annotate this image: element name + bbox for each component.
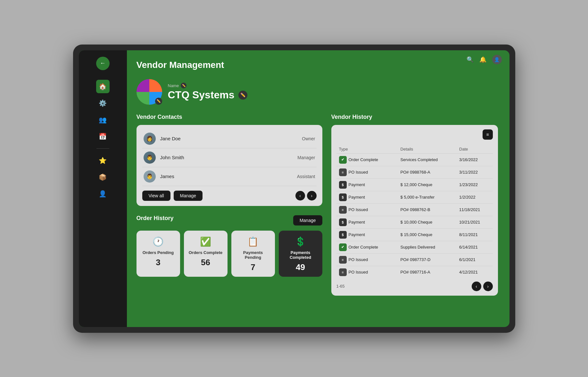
vendor-label-text: Name: [168, 83, 179, 88]
history-date-cell: 1/2/2022: [457, 191, 493, 203]
history-type-cell: $ Payment: [336, 191, 398, 203]
history-type-cell: ✔ Order Complete: [336, 241, 398, 253]
orders-pending-value: 3: [156, 258, 160, 267]
vendor-history-title: Vendor History: [331, 114, 498, 120]
history-details-cell: PO# 0988762-B: [398, 203, 457, 216]
history-details-cell: Supplies Delivered: [398, 241, 457, 253]
history-details-cell: PO# 0988768-A: [398, 166, 457, 178]
history-details-cell: $ 10,000 Cheque: [398, 216, 457, 228]
right-column: Vendor History ≡ Type Details Date: [331, 114, 498, 296]
history-details-cell: PO# 0987716-A: [398, 266, 457, 278]
history-date-cell: 4/12/2021: [457, 266, 493, 278]
orders-pending-icon: 🕐: [153, 236, 164, 247]
vendor-name-text: CTQ Systems: [168, 89, 235, 101]
search-icon[interactable]: 🔍: [467, 56, 474, 63]
manage-orders-button[interactable]: Manage: [293, 215, 322, 225]
contact-avatar-james: 👨: [144, 170, 156, 183]
history-table-row: ≡ PO Issued PO# 0987737-D 6/1/2021: [336, 253, 493, 266]
screen: ← 🏠 ⚙️ 👥 📅 ⭐ 📦 👤 🔍 🔔 👤 Vendor Management: [79, 50, 509, 327]
page-title: Vendor Management: [137, 60, 498, 70]
type-icon: ≡: [339, 256, 347, 264]
sidebar: ← 🏠 ⚙️ 👥 📅 ⭐ 📦 👤: [79, 50, 127, 327]
history-table-row: ✔ Order Complete Services Completed 3/16…: [336, 153, 493, 166]
type-icon: $: [339, 218, 347, 226]
history-table-row: $ Payment $ 12,000 Cheque 1/23/2022: [336, 178, 493, 191]
vendor-avatar-edit-button[interactable]: ✏️: [155, 98, 162, 105]
type-icon: ≡: [339, 268, 347, 276]
sidebar-item-favorites[interactable]: ⭐: [96, 154, 110, 167]
type-icon: $: [339, 231, 347, 239]
history-table-row: $ Payment $ 15,000 Cheque 8/11/2021: [336, 228, 493, 241]
back-button[interactable]: ←: [96, 57, 110, 70]
history-table-row: ≡ PO Issued PO# 0987716-A 4/12/2021: [336, 266, 493, 278]
payments-completed-icon: 💲: [295, 236, 306, 247]
sidebar-item-profile[interactable]: 👤: [96, 187, 110, 201]
history-prev-button[interactable]: ‹: [472, 282, 481, 291]
sidebar-item-calendar[interactable]: 📅: [96, 130, 110, 143]
contact-name-james: James: [160, 174, 297, 179]
history-table-row: ≡ PO Issued PO# 0988762-B 11/18/2021: [336, 203, 493, 216]
contact-role-james: Assistant: [297, 174, 315, 179]
history-details-cell: Services Completed: [398, 153, 457, 166]
history-date-cell: 3/16/2022: [457, 153, 493, 166]
history-date-cell: 10/21/2021: [457, 216, 493, 228]
history-next-button[interactable]: ›: [483, 282, 493, 291]
manage-contacts-button[interactable]: Manage: [174, 191, 203, 201]
view-all-button[interactable]: View all: [142, 191, 170, 201]
payments-pending-card: 📋 Payments Pending 7: [231, 231, 275, 277]
history-type-cell: ≡ PO Issued: [336, 166, 398, 178]
vendor-history-card: ≡ Type Details Date: [331, 125, 498, 296]
contacts-next-button[interactable]: ›: [307, 191, 317, 201]
contact-row: 👨 John Smith Manager: [142, 148, 317, 167]
vendor-name-row: CTQ Systems ✏️: [168, 89, 247, 101]
orders-complete-label: Orders Complete: [189, 250, 222, 255]
sidebar-item-home[interactable]: 🏠: [96, 80, 110, 93]
contacts-prev-button[interactable]: ‹: [295, 191, 305, 201]
user-avatar[interactable]: 👤: [492, 55, 502, 64]
payments-completed-card: 💲 Payments Completed 49: [279, 231, 322, 277]
history-date-cell: 1/23/2022: [457, 178, 493, 191]
vendor-name-edit-button[interactable]: ✏️: [238, 91, 247, 100]
history-filter-button[interactable]: ≡: [483, 129, 493, 140]
topbar: 🔍 🔔 👤: [467, 55, 502, 64]
contacts-card: 👩 Jane Doe Owner 👨 John Smith Manager 👨 …: [137, 125, 322, 206]
history-date-cell: 3/11/2022: [457, 166, 493, 178]
payments-pending-label: Payments Pending: [236, 250, 270, 260]
contacts-actions: View all Manage ‹ ›: [142, 191, 317, 201]
sidebar-item-users[interactable]: 👥: [96, 113, 110, 127]
vendor-name-block: Name ✏️ CTQ Systems ✏️: [168, 83, 247, 101]
history-table-row: ≡ PO Issued PO# 0988768-A 3/11/2022: [336, 166, 493, 178]
history-date-cell: 6/1/2021: [457, 253, 493, 266]
order-cards-grid: 🕐 Orders Pending 3 ✅ Orders Complete 56 …: [137, 231, 322, 277]
orders-pending-label: Orders Pending: [143, 250, 174, 255]
orders-complete-card: ✅ Orders Complete 56: [184, 231, 228, 277]
orders-complete-value: 56: [201, 258, 210, 267]
history-table: Type Details Date ✔ Order Complete Servi…: [336, 145, 493, 278]
vendor-name-label-edit-button[interactable]: ✏️: [181, 83, 186, 88]
history-details-cell: $ 5,000 e-Transfer: [398, 191, 457, 203]
col-type: Type: [336, 145, 398, 154]
history-nav-buttons: ‹ ›: [472, 282, 493, 291]
bell-icon[interactable]: 🔔: [479, 56, 486, 63]
orders-pending-card: 🕐 Orders Pending 3: [137, 231, 180, 277]
history-table-row: $ Payment $ 10,000 Cheque 10/21/2021: [336, 216, 493, 228]
sidebar-item-inventory[interactable]: 📦: [96, 170, 110, 184]
history-type-cell: ≡ PO Issued: [336, 266, 398, 278]
history-date-cell: 8/11/2021: [457, 228, 493, 241]
contacts-section-title: Vendor Contacts: [137, 114, 322, 120]
history-details-cell: PO# 0987737-D: [398, 253, 457, 266]
payments-pending-icon: 📋: [247, 236, 259, 247]
history-table-row: ✔ Order Complete Supplies Delivered 6/14…: [336, 241, 493, 253]
contact-row: 👩 Jane Doe Owner: [142, 129, 317, 148]
order-history-section: Order History Manage 🕐 Orders Pending 3 …: [137, 215, 322, 277]
history-type-cell: ≡ PO Issued: [336, 203, 398, 216]
history-type-cell: $ Payment: [336, 178, 398, 191]
history-pagination-label: 1-65: [336, 284, 345, 289]
type-icon: ✔: [339, 156, 347, 164]
history-table-row: $ Payment $ 5,000 e-Transfer 1/2/2022: [336, 191, 493, 203]
col-date: Date: [457, 145, 493, 154]
payments-pending-value: 7: [251, 262, 255, 272]
sidebar-divider: [96, 148, 109, 149]
sidebar-item-settings[interactable]: ⚙️: [96, 96, 110, 110]
history-details-cell: $ 15,000 Cheque: [398, 228, 457, 241]
